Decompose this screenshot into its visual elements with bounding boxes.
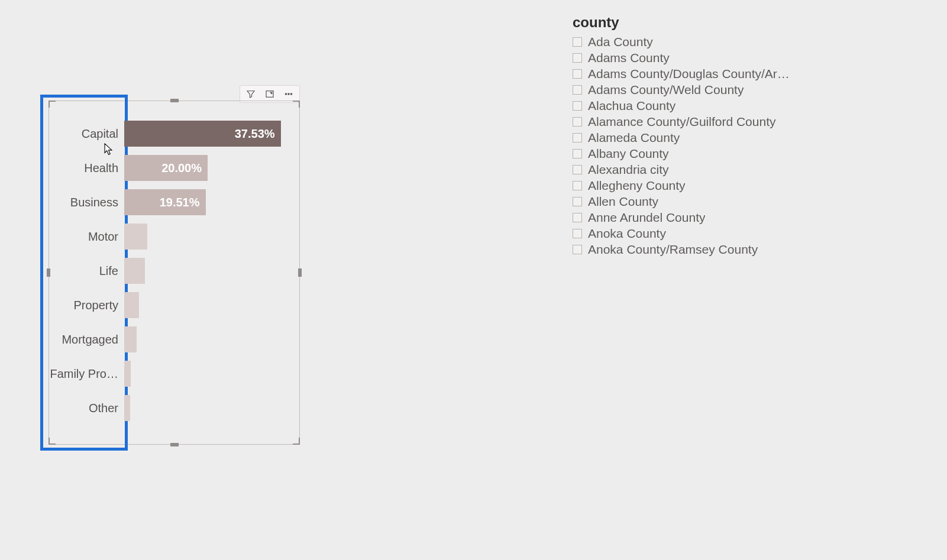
- slicer-title: county: [573, 14, 806, 31]
- slicer-item-label: Anne Arundel County: [588, 211, 705, 225]
- slicer-item-label: Alameda County: [588, 131, 680, 145]
- bar-value-label: 20.00%: [161, 161, 202, 175]
- checkbox-icon[interactable]: [573, 245, 582, 254]
- visual-toolbar: [240, 85, 300, 103]
- bar-row[interactable]: Property: [124, 292, 139, 318]
- checkbox-icon[interactable]: [573, 69, 582, 79]
- slicer-item-label: Adams County/Douglas County/Arapahoe …: [588, 67, 795, 81]
- slicer-list: Ada CountyAdams CountyAdams County/Dougl…: [573, 34, 806, 257]
- bar-chart-visual[interactable]: Capital37.53%Health20.00%Business19.51%M…: [49, 101, 300, 445]
- bar-row[interactable]: Mortgaged: [124, 326, 137, 352]
- bar[interactable]: 37.53%: [124, 121, 281, 147]
- svg-point-1: [285, 93, 286, 95]
- bar-value-label: 37.53%: [235, 127, 275, 141]
- slicer-item[interactable]: Alameda County: [573, 130, 806, 145]
- slicer-item-label: Albany County: [588, 147, 669, 161]
- bar-row[interactable]: Health20.00%: [124, 155, 208, 181]
- checkbox-icon[interactable]: [573, 149, 582, 158]
- category-label: Capital: [49, 127, 118, 141]
- checkbox-icon[interactable]: [573, 85, 582, 95]
- category-label: Health: [49, 161, 118, 175]
- slicer-item[interactable]: Adams County/Douglas County/Arapahoe …: [573, 66, 806, 82]
- bar-value-label: 19.51%: [160, 196, 200, 209]
- checkbox-icon[interactable]: [573, 101, 582, 111]
- bar-row[interactable]: Capital37.53%: [124, 121, 281, 147]
- slicer-item-label: Anoka County/Ramsey County: [588, 242, 758, 257]
- slicer-item[interactable]: Alachua County: [573, 98, 806, 114]
- slicer-item[interactable]: Anoka County: [573, 226, 806, 241]
- slicer-item[interactable]: Allegheny County: [573, 178, 806, 193]
- category-label: Property: [49, 299, 118, 312]
- slicer-item[interactable]: Albany County: [573, 146, 806, 161]
- focus-mode-icon: [264, 89, 275, 99]
- checkbox-icon[interactable]: [573, 117, 582, 127]
- bar[interactable]: 19.51%: [124, 189, 206, 215]
- category-label: Family Pro…: [49, 367, 118, 381]
- checkbox-icon[interactable]: [573, 181, 582, 190]
- checkbox-icon[interactable]: [573, 229, 582, 238]
- checkbox-icon[interactable]: [573, 165, 582, 174]
- bar[interactable]: [124, 292, 139, 318]
- svg-point-2: [288, 93, 289, 95]
- filter-button[interactable]: [243, 87, 259, 101]
- bar-row[interactable]: Motor: [124, 224, 147, 250]
- bar[interactable]: [124, 395, 130, 421]
- bar-row[interactable]: Other: [124, 395, 130, 421]
- bar[interactable]: [124, 361, 131, 387]
- bar[interactable]: [124, 224, 147, 250]
- category-label: Other: [49, 402, 118, 415]
- slicer-item[interactable]: Ada County: [573, 34, 806, 50]
- slicer-item[interactable]: Allen County: [573, 194, 806, 209]
- slicer-item-label: Allegheny County: [588, 179, 686, 193]
- slicer-item[interactable]: Alamance County/Guilford County: [573, 114, 806, 130]
- more-options-icon: [283, 89, 294, 99]
- checkbox-icon[interactable]: [573, 197, 582, 206]
- slicer-item-label: Ada County: [588, 35, 653, 49]
- slicer-item-label: Allen County: [588, 195, 658, 209]
- checkbox-icon[interactable]: [573, 133, 582, 143]
- county-slicer[interactable]: county Ada CountyAdams CountyAdams Count…: [573, 14, 806, 257]
- category-label: Mortgaged: [49, 333, 118, 347]
- slicer-item-label: Alexandria city: [588, 163, 669, 177]
- checkbox-icon[interactable]: [573, 37, 582, 47]
- checkbox-icon[interactable]: [573, 213, 582, 222]
- slicer-item[interactable]: Adams County: [573, 50, 806, 66]
- slicer-item[interactable]: Adams County/Weld County: [573, 82, 806, 98]
- more-options-button[interactable]: [280, 87, 297, 101]
- slicer-item-label: Adams County/Weld County: [588, 83, 744, 97]
- focus-mode-button[interactable]: [261, 87, 278, 101]
- category-label: Life: [49, 264, 118, 278]
- bar-row[interactable]: Family Pro…: [124, 361, 131, 387]
- slicer-item[interactable]: Alexandria city: [573, 162, 806, 177]
- bar[interactable]: [124, 258, 145, 284]
- slicer-item[interactable]: Anne Arundel County: [573, 210, 806, 225]
- bar[interactable]: [124, 326, 137, 352]
- slicer-item-label: Anoka County: [588, 226, 666, 241]
- slicer-item-label: Adams County: [588, 51, 670, 65]
- slicer-item-label: Alamance County/Guilford County: [588, 115, 776, 129]
- bar-row[interactable]: Life: [124, 258, 145, 284]
- checkbox-icon[interactable]: [573, 53, 582, 63]
- slicer-item-label: Alachua County: [588, 99, 675, 113]
- slicer-item[interactable]: Anoka County/Ramsey County: [573, 242, 806, 257]
- bar[interactable]: 20.00%: [124, 155, 208, 181]
- plot-area: Capital37.53%Health20.00%Business19.51%M…: [124, 121, 291, 425]
- category-label: Motor: [49, 230, 118, 244]
- svg-point-3: [290, 93, 292, 95]
- bar-row[interactable]: Business19.51%: [124, 189, 206, 215]
- filter-icon: [245, 89, 256, 99]
- category-label: Business: [49, 196, 118, 209]
